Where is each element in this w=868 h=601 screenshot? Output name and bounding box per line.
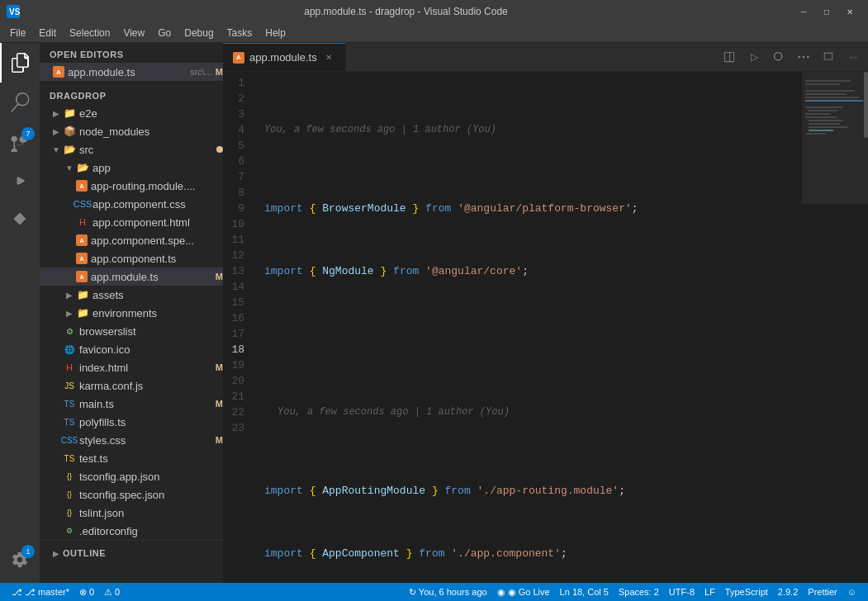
tree-app-component-html-label: app.component.html (92, 216, 223, 229)
tree-assets[interactable]: ▶ 📁 assets (40, 286, 223, 304)
tree-tsconfig-app[interactable]: {} tsconfig.app.json (40, 467, 223, 485)
tree-app[interactable]: ▼ 📂 app (40, 159, 223, 177)
line-num-19: 19 (223, 357, 251, 373)
tree-app-component-html[interactable]: H app.component.html (40, 213, 223, 231)
tree-app-component-ts[interactable]: A app.component.ts (40, 249, 223, 267)
tree-main-ts[interactable]: TS main.ts M (40, 395, 223, 413)
menu-tasks[interactable]: Tasks (221, 23, 259, 43)
tree-styles-css[interactable]: CSS styles.css M (40, 431, 223, 449)
tree-editorconfig[interactable]: ⚙ .editorconfig (40, 522, 223, 540)
warnings-status[interactable]: ⚠ 0 (99, 583, 125, 601)
search-activity-icon[interactable] (0, 83, 40, 122)
feedback-status[interactable]: ☺ (842, 583, 861, 601)
spaces-status[interactable]: Spaces: 2 (614, 583, 664, 601)
errors-status[interactable]: ⊗ 0 (74, 583, 99, 601)
minimize-button[interactable]: ─ (792, 0, 815, 23)
tree-favicon[interactable]: 🌐 favicon.ico (40, 340, 223, 358)
more-options-button[interactable]: ··· (842, 45, 865, 69)
prettier-label: Prettier (808, 587, 837, 597)
tree-test-ts[interactable]: TS test.ts (40, 449, 223, 467)
menu-view[interactable]: View (116, 23, 151, 43)
tree-app-component-css-label: app.component.css (92, 198, 223, 211)
tab-file-icon: A (233, 52, 244, 64)
line-ending-status[interactable]: LF (700, 583, 720, 601)
more-actions-button[interactable] (792, 45, 815, 69)
prettier-status[interactable]: Prettier (803, 583, 842, 601)
ts-file-icon: A (53, 66, 64, 78)
tree-tsconfig-spec[interactable]: {} tsconfig.spec.json (40, 485, 223, 504)
toggle-panel-button[interactable] (817, 45, 840, 69)
tree-app-module-ts[interactable]: A app.module.ts M (40, 267, 223, 286)
ico-icon: 🌐 (63, 343, 76, 356)
version-label: 2.9.2 (778, 587, 798, 597)
line-num-13: 13 (223, 263, 251, 279)
code-line-2: import { NgModule } from '@angular/core'… (258, 263, 802, 279)
tree-browserslist[interactable]: ⚙ browserslist (40, 322, 223, 340)
source-control-activity-icon[interactable]: 7 (0, 122, 40, 162)
folder-icon: 📁 (63, 106, 76, 120)
tree-karma[interactable]: JS karma.conf.js (40, 376, 223, 395)
config-icon: ⚙ (63, 324, 76, 338)
menu-go[interactable]: Go (151, 23, 178, 43)
tree-tsconfig-app-label: tsconfig.app.json (79, 471, 223, 483)
menu-edit[interactable]: Edit (32, 23, 63, 43)
tree-app-component-spec[interactable]: A app.component.spe... (40, 231, 223, 249)
encoding-status[interactable]: UTF-8 (664, 583, 700, 601)
tree-polyfills[interactable]: TS polyfills.ts (40, 413, 223, 431)
tree-src-label: src (79, 144, 213, 156)
window-controls: ─ □ ✕ (792, 0, 861, 23)
outline-section-header[interactable]: ▶ OUTLINE (40, 544, 223, 562)
menu-debug[interactable]: Debug (178, 23, 220, 43)
tree-src[interactable]: ▼ 📂 src (40, 140, 223, 159)
minimap-svg (802, 72, 868, 567)
tree-tslint[interactable]: {} tslint.json (40, 504, 223, 522)
menu-file[interactable]: File (3, 23, 32, 43)
tree-index-html[interactable]: H index.html M (40, 358, 223, 376)
run-button[interactable]: ▷ (742, 45, 766, 69)
sync-status[interactable]: ↻ You, 6 hours ago (404, 583, 492, 601)
tree-app-routing[interactable]: A app-routing.module.... (40, 177, 223, 195)
chevron-right-icon: ▶ (50, 125, 63, 138)
tree-app-label: app (92, 162, 223, 174)
branch-icon: ⎇ (12, 587, 22, 598)
branch-label: ⎇ master* (25, 587, 69, 598)
version-status[interactable]: 2.9.2 (773, 583, 803, 601)
main-layout: 7 1 OPEN EDITORS A app.module.ts src\...… (0, 43, 868, 583)
tree-tslint-label: tslint.json (79, 507, 223, 519)
split-editor-button[interactable] (718, 45, 741, 69)
settings-activity-icon[interactable]: 1 (0, 540, 40, 580)
line-num-15: 15 (223, 295, 251, 310)
json-tslint-icon: {} (63, 506, 76, 519)
close-tab-button[interactable]: ✕ (322, 51, 335, 64)
svg-rect-21 (802, 72, 868, 204)
ts-main-icon: TS (63, 397, 76, 410)
json-spec-icon: {} (63, 488, 76, 501)
open-preview-button[interactable] (767, 45, 790, 69)
code-editor[interactable]: You, a few seconds ago | 1 author (You) … (258, 72, 802, 583)
tree-e2e[interactable]: ▶ 📁 e2e (40, 104, 223, 122)
outline-chevron-right-icon: ▶ (50, 547, 63, 560)
tree-environments[interactable]: ▶ 📁 environments (40, 304, 223, 322)
position-status[interactable]: Ln 18, Col 5 (555, 583, 614, 601)
line-num-14: 14 (223, 279, 251, 295)
menu-selection[interactable]: Selection (63, 23, 116, 43)
svg-rect-22 (864, 72, 868, 138)
open-editor-app-module[interactable]: A app.module.ts src\... M (40, 63, 223, 81)
tree-app-component-css[interactable]: CSS app.component.css (40, 195, 223, 213)
branch-status[interactable]: ⎇ ⎇ master* (7, 583, 74, 601)
language-status[interactable]: TypeScript (720, 583, 773, 601)
encoding-label: UTF-8 (669, 587, 695, 597)
close-button[interactable]: ✕ (838, 0, 861, 23)
explorer-activity-icon[interactable] (0, 43, 40, 83)
language-label: TypeScript (725, 587, 768, 597)
tree-node-modules[interactable]: ▶ 📦 node_modules (40, 122, 223, 140)
golive-status[interactable]: ◉ ◉ Go Live (492, 583, 555, 601)
menu-help[interactable]: Help (259, 23, 292, 43)
tab-app-module[interactable]: A app.module.ts ✕ (223, 43, 346, 71)
debug-activity-icon[interactable] (0, 162, 40, 201)
maximize-button[interactable]: □ (815, 0, 838, 23)
extensions-activity-icon[interactable] (0, 201, 40, 241)
app-module-modified: M (216, 272, 223, 282)
js-icon: JS (63, 379, 76, 392)
css-styles-icon: CSS (63, 433, 76, 447)
